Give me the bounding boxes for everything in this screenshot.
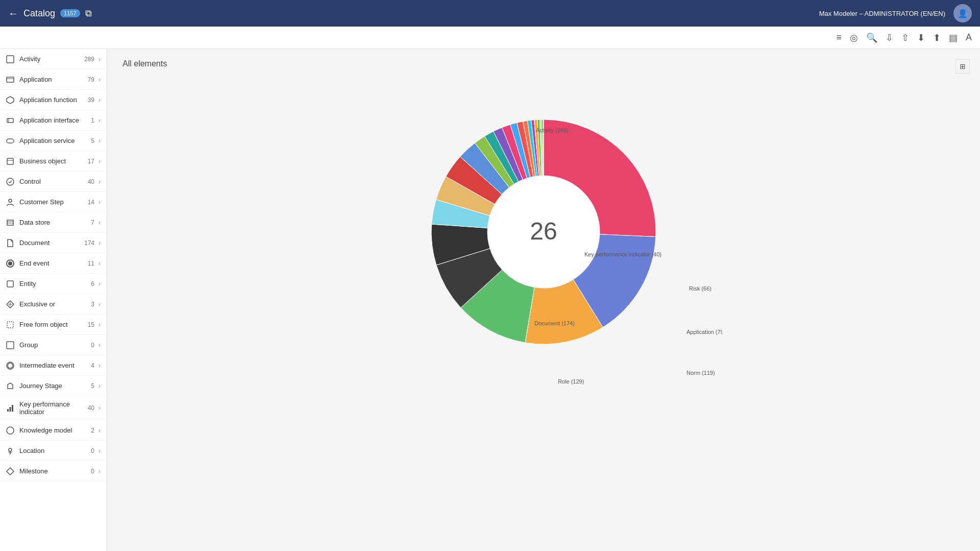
svg-rect-6 xyxy=(7,158,13,164)
item-icon xyxy=(5,136,15,146)
chart-main-label: Application (79) xyxy=(687,329,722,335)
item-count: 39 xyxy=(88,97,94,104)
item-icon xyxy=(5,466,15,476)
chevron-icon: › xyxy=(99,382,101,390)
svg-rect-5 xyxy=(7,139,14,143)
chevron-icon: › xyxy=(99,362,101,369)
avatar[interactable]: 👤 xyxy=(953,4,972,22)
header-left: ← Catalog 1157 ⧉ xyxy=(8,8,92,19)
item-count: 11 xyxy=(88,260,94,267)
sidebar-item-customer-step[interactable]: Customer Step 14 › xyxy=(0,192,107,212)
chevron-icon: › xyxy=(99,260,101,267)
sidebar-item-exclusive-or[interactable]: Exclusive or 3 › xyxy=(0,294,107,315)
sidebar-item-data-store[interactable]: Data store 7 › xyxy=(0,212,107,233)
chart-container: 26Application interface (1)Knowledge mod… xyxy=(122,79,965,385)
sidebar-item-intermediate-event[interactable]: Intermediate event 4 › xyxy=(0,355,107,376)
svg-rect-0 xyxy=(7,56,14,63)
svg-rect-3 xyxy=(7,118,13,123)
main-content: All elements ⊞ 26Application interface (… xyxy=(107,49,980,551)
sidebar-item-journey-stage[interactable]: Journey Stage 5 › xyxy=(0,376,107,396)
svg-rect-15 xyxy=(7,281,13,287)
item-icon xyxy=(5,299,15,309)
sidebar-item-activity[interactable]: Activity 289 › xyxy=(0,49,107,69)
translate-icon[interactable]: A xyxy=(966,32,972,43)
copy-button[interactable]: ⧉ xyxy=(85,8,92,19)
item-count: 40 xyxy=(88,178,94,185)
item-count: 15 xyxy=(88,321,94,328)
chevron-icon: › xyxy=(99,56,101,63)
chevron-icon: › xyxy=(99,158,101,165)
back-button[interactable]: ← xyxy=(8,8,18,19)
header-right: Max Modeler – ADMINISTRATOR (EN/EN) 👤 xyxy=(819,4,972,22)
chevron-icon: › xyxy=(99,427,101,434)
upload-icon[interactable]: ⬆ xyxy=(933,32,941,43)
item-count: 289 xyxy=(84,56,94,63)
catalog-count-badge: 1157 xyxy=(60,9,80,17)
sidebar-item-free-form-object[interactable]: Free form object 15 › xyxy=(0,315,107,335)
sidebar-item-knowledge-model[interactable]: Knowledge model 2 › xyxy=(0,420,107,441)
svg-rect-18 xyxy=(7,322,13,328)
sidebar-item-control[interactable]: Control 40 › xyxy=(0,172,107,192)
chevron-icon: › xyxy=(99,178,101,185)
chevron-icon: › xyxy=(99,447,101,454)
loading-icon[interactable]: ◎ xyxy=(850,32,858,43)
item-label: Free form object xyxy=(19,321,88,328)
user-label: Max Modeler – ADMINISTRATOR (EN/EN) xyxy=(819,10,945,17)
sidebar-item-application-interface[interactable]: Application interface 1 › xyxy=(0,110,107,131)
chevron-icon: › xyxy=(99,321,101,328)
chart-toggle-button[interactable]: ⊞ xyxy=(955,59,970,74)
item-icon xyxy=(5,340,15,350)
chevron-icon: › xyxy=(99,342,101,349)
svg-point-21 xyxy=(8,363,13,368)
item-icon xyxy=(5,381,15,391)
sidebar-item-end-event[interactable]: End event 11 › xyxy=(0,253,107,274)
item-count: 14 xyxy=(88,199,94,206)
sort-desc-icon[interactable]: ⇧ xyxy=(901,32,909,43)
svg-rect-1 xyxy=(7,77,14,82)
item-label: Key performance indicator xyxy=(19,400,88,416)
item-label: Journey Stage xyxy=(19,382,91,390)
item-label: Application function xyxy=(19,96,88,104)
item-count: 0 xyxy=(91,342,94,349)
item-count: 79 xyxy=(88,76,94,83)
download-icon[interactable]: ⬇ xyxy=(917,32,925,43)
item-icon xyxy=(5,54,15,64)
sort-asc-icon[interactable]: ⇩ xyxy=(886,32,893,43)
search-icon[interactable]: 🔍 xyxy=(866,32,877,43)
item-label: Entity xyxy=(19,280,91,288)
item-icon xyxy=(5,238,15,248)
item-count: 17 xyxy=(88,158,94,165)
sidebar-item-milestone[interactable]: Milestone 0 › xyxy=(0,461,107,482)
sidebar-item-entity[interactable]: Entity 6 › xyxy=(0,274,107,294)
chevron-icon: › xyxy=(99,76,101,83)
sidebar-item-location[interactable]: Location 0 › xyxy=(0,441,107,461)
chart-main-label: Document (174) xyxy=(534,320,575,326)
item-label: Group xyxy=(19,341,91,349)
item-count: 7 xyxy=(91,219,94,226)
svg-rect-23 xyxy=(10,407,11,412)
menu-icon[interactable]: ≡ xyxy=(836,32,842,43)
sidebar-item-document[interactable]: Document 174 › xyxy=(0,233,107,253)
svg-point-26 xyxy=(9,448,12,451)
chevron-icon: › xyxy=(99,97,101,104)
sidebar-item-application-service[interactable]: Application service 5 › xyxy=(0,131,107,151)
item-label: Application service xyxy=(19,137,91,145)
grid-icon[interactable]: ▤ xyxy=(949,32,958,43)
item-count: 40 xyxy=(88,404,94,412)
item-count: 5 xyxy=(91,137,94,145)
sidebar-item-application[interactable]: Application 79 › xyxy=(0,69,107,90)
sidebar-item-key-performance-indicator[interactable]: Key performance indicator 40 › xyxy=(0,396,107,420)
sidebar-item-group[interactable]: Group 0 › xyxy=(0,335,107,355)
sidebar-item-application-function[interactable]: Application function 39 › xyxy=(0,90,107,110)
item-label: Milestone xyxy=(19,467,91,475)
item-icon xyxy=(5,115,15,126)
item-label: Customer Step xyxy=(19,198,88,206)
chart-main-label: Risk (66) xyxy=(689,285,712,292)
item-label: Application interface xyxy=(19,116,91,124)
item-label: Activity xyxy=(19,55,84,63)
item-label: Location xyxy=(19,447,91,454)
sidebar-item-business-object[interactable]: Business object 17 › xyxy=(0,151,107,172)
chart-main-label: Role (129) xyxy=(558,378,584,385)
item-label: End event xyxy=(19,259,88,267)
svg-point-14 xyxy=(8,261,12,266)
